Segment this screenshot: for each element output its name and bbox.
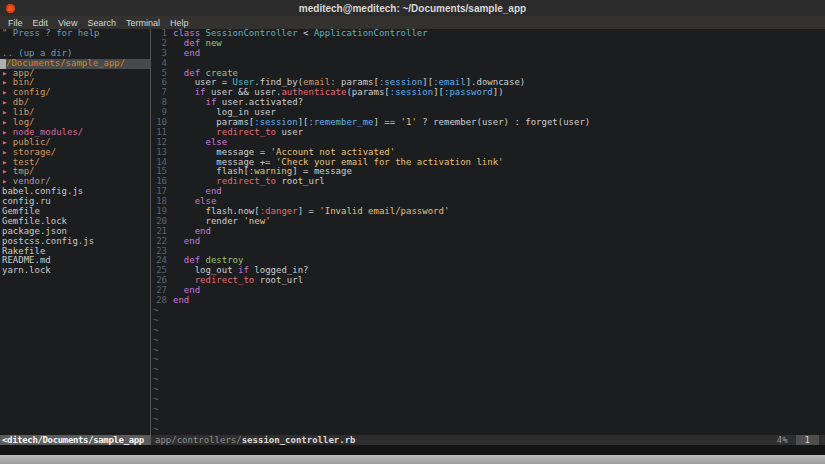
empty-line-tilde: ~ [151, 425, 825, 435]
code-token: < [298, 29, 314, 38]
tree-file-postcssconfigjs[interactable]: postcss.config.js [0, 237, 150, 247]
code-token: user && user. [206, 88, 282, 97]
code-token [173, 69, 184, 78]
code-line[interactable]: 14 message += 'Check your email for the … [151, 158, 825, 168]
code-token: create [206, 69, 239, 78]
code-line[interactable]: 2 def new [151, 39, 825, 49]
tree-file-READMEmd[interactable]: README.md [0, 256, 150, 266]
tree-dir-tmp[interactable]: ▸ tmp/ [0, 167, 150, 177]
code-line[interactable]: 7 if user && user.authenticate(params[:s… [151, 88, 825, 98]
tree-file-packagejson[interactable]: package.json [0, 227, 150, 237]
code-token: :warning [249, 167, 292, 176]
menubar: FileEditViewSearchTerminalHelp [0, 16, 825, 29]
code-token: if [238, 266, 249, 275]
menu-search[interactable]: Search [82, 18, 121, 28]
dir-label: bin/ [7, 78, 34, 87]
empty-line-tilde: ~ [151, 405, 825, 415]
code-line[interactable]: 20 render 'new' [151, 217, 825, 227]
empty-line-tilde: ~ [151, 415, 825, 425]
code-line[interactable]: 15 flash[:warning] = message [151, 167, 825, 177]
tree-file-Gemfile[interactable]: Gemfile [0, 207, 150, 217]
dir-label: node_modules/ [7, 128, 83, 137]
tree-dir-node_modules[interactable]: ▸ node_modules/ [0, 128, 150, 138]
code-token: else [195, 197, 217, 206]
code-line[interactable]: 1class SessionController < ApplicationCo… [151, 29, 825, 39]
code-line[interactable]: 6 user = User.find_by(email: params[:ses… [151, 78, 825, 88]
tree-file-Rakefile[interactable]: Rakefile [0, 247, 150, 257]
code-token [173, 286, 184, 295]
line-number: 6 [151, 78, 167, 88]
code-line[interactable]: 26 redirect_to root_url [151, 276, 825, 286]
code-line[interactable]: 3 end [151, 49, 825, 59]
code-line[interactable]: 13 message = 'Account not activated' [151, 148, 825, 158]
tree-dir-db[interactable]: ▸ db/ [0, 98, 150, 108]
code-token: ]) [493, 88, 504, 97]
tree-file-Gemfilelock[interactable]: Gemfile.lock [0, 217, 150, 227]
code-line[interactable]: 23 [151, 247, 825, 257]
code-line[interactable]: 17 end [151, 187, 825, 197]
code-token: if [206, 98, 217, 107]
menu-terminal[interactable]: Terminal [121, 18, 165, 28]
code-token: end [184, 237, 200, 246]
tree-file-babelconfigjs[interactable]: babel.config.js [0, 187, 150, 197]
code-token: logged_in? [249, 266, 309, 275]
menu-help[interactable]: Help [165, 18, 194, 28]
menu-view[interactable]: View [53, 18, 82, 28]
code-line[interactable]: 9 log_in user [151, 108, 825, 118]
code-token: 'Check your email for the activation lin… [276, 158, 504, 167]
code-line[interactable]: 19 flash.now[:danger] = 'Invalid email/p… [151, 207, 825, 217]
code-token: flash.now[ [173, 207, 260, 216]
code-token: ][ [422, 78, 433, 87]
code-token: ].downcase) [466, 78, 526, 87]
code-line[interactable]: 10 params[:session][:remember_me] == '1'… [151, 118, 825, 128]
tree-dir-app[interactable]: ▸ app/ [0, 69, 150, 79]
tree-dir-storage[interactable]: ▸ storage/ [0, 148, 150, 158]
tree-dir-config[interactable]: ▸ config/ [0, 88, 150, 98]
code-line[interactable]: 16 redirect_to root_url [151, 177, 825, 187]
tree-file-yarnlock[interactable]: yarn.lock [0, 266, 150, 276]
nerdtree-statusline: <ditech/Documents/sample_app [0, 435, 151, 445]
dir-label: db/ [7, 98, 29, 107]
code-line[interactable]: 5 def create [151, 69, 825, 79]
tree-file-configru[interactable]: config.ru [0, 197, 150, 207]
line-number: 21 [151, 227, 167, 237]
code-token: ] == [374, 118, 401, 127]
tree-dir-bin[interactable]: ▸ bin/ [0, 78, 150, 88]
code-line[interactable]: 18 else [151, 197, 825, 207]
code-line[interactable]: 11 redirect_to user [151, 128, 825, 138]
code-token: destroy [206, 256, 244, 265]
tree-dir-lib[interactable]: ▸ lib/ [0, 108, 150, 118]
tree-dir-public[interactable]: ▸ public/ [0, 138, 150, 148]
empty-line-tilde: ~ [151, 355, 825, 365]
nerdtree-root-path: /Documents/sample_app/ [6, 59, 125, 69]
status-file-name: session_controller.rb [242, 435, 356, 445]
menu-file[interactable]: File [3, 18, 28, 28]
line-indicator: 1 [796, 435, 819, 445]
code-line[interactable]: 8 if user.activated? [151, 98, 825, 108]
tree-dir-vendor[interactable]: ▸ vendor/ [0, 177, 150, 187]
code-token: :danger [260, 207, 298, 216]
line-number: 9 [151, 108, 167, 118]
code-line[interactable]: 24 def destroy [151, 256, 825, 266]
code-token: redirect_to [216, 177, 276, 186]
code-line[interactable]: 12 else [151, 138, 825, 148]
code-line[interactable]: 28end [151, 296, 825, 306]
code-line[interactable]: 27 end [151, 286, 825, 296]
code-token: .find_by( [254, 78, 303, 87]
nerdtree-root[interactable]: /Documents/sample_app/ [0, 59, 150, 69]
code-line[interactable]: 25 log_out if logged_in? [151, 266, 825, 276]
tree-dir-test[interactable]: ▸ test/ [0, 158, 150, 168]
code-line[interactable]: 21 end [151, 227, 825, 237]
nerdtree-list: ▸ app/▸ bin/▸ config/▸ db/▸ lib/▸ log/▸ … [0, 69, 150, 277]
tree-dir-log[interactable]: ▸ log/ [0, 118, 150, 128]
code-line[interactable]: 4 [151, 59, 825, 69]
menu-edit[interactable]: Edit [28, 18, 54, 28]
empty-line-tilde: ~ [151, 306, 825, 316]
line-number: 3 [151, 49, 167, 59]
nerdtree-up-dir[interactable]: .. (up a dir) [0, 49, 150, 59]
code-token [173, 98, 206, 107]
code-token [173, 256, 184, 265]
scroll-percent: 4% [777, 435, 796, 445]
command-line[interactable] [0, 445, 825, 455]
code-line[interactable]: 22 end [151, 237, 825, 247]
